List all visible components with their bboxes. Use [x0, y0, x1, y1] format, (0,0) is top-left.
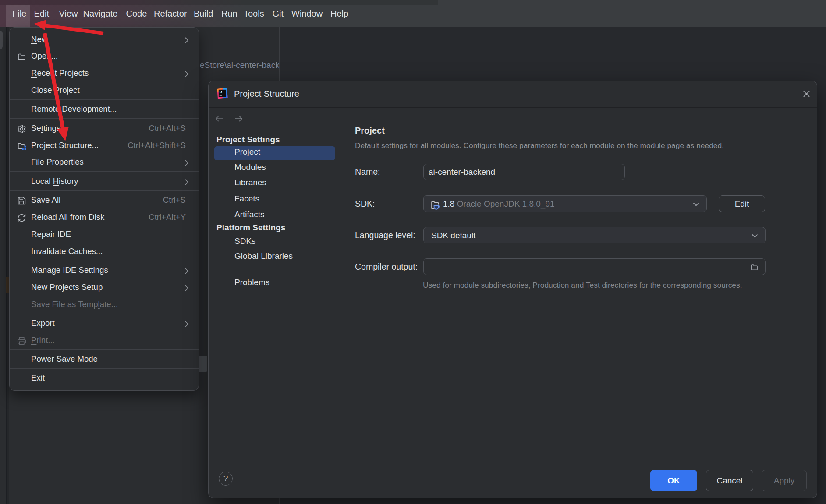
svg-text:IJ: IJ: [220, 91, 222, 94]
